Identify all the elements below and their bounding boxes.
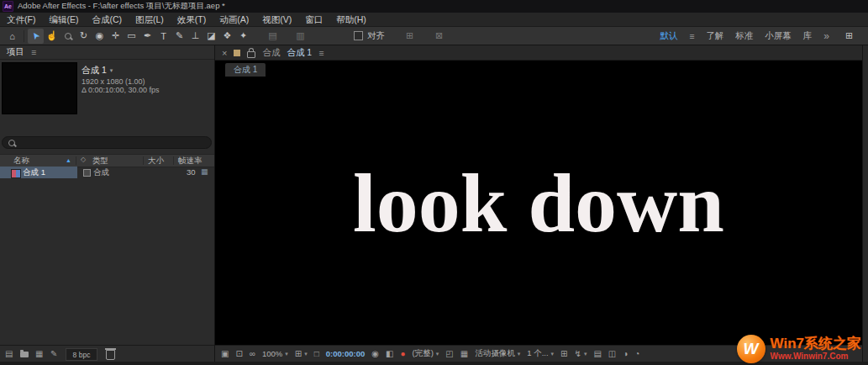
grid-guides-dropdown[interactable]: ⊞ ▾: [295, 349, 308, 358]
workspace-bar: 默认 ≡ 了解 标准 小屏幕 库 » ⊞: [660, 29, 864, 44]
workspace-tab-libraries[interactable]: 库: [803, 30, 813, 42]
snap-label: 对齐: [367, 30, 385, 42]
pan-behind-tool[interactable]: ✛: [108, 29, 124, 44]
resolution-value: (完整): [412, 348, 433, 359]
menu-effect[interactable]: 效果(T): [171, 13, 213, 27]
fast-preview-dropdown[interactable]: ↯ ▾: [575, 349, 587, 358]
viewer-panel-label[interactable]: 合成: [262, 47, 280, 59]
workspace-tab-default[interactable]: 默认: [660, 30, 677, 42]
always-preview-icon[interactable]: ▣: [221, 349, 229, 358]
workspace-overflow-chevron[interactable]: »: [823, 30, 829, 42]
brush-tool[interactable]: ✎: [171, 29, 187, 44]
chevron-down-icon: ▾: [584, 351, 587, 357]
project-tab-label[interactable]: 项目: [7, 46, 24, 58]
snapshot-camera-icon[interactable]: ◉: [371, 349, 379, 358]
home-tool[interactable]: ⌂: [4, 29, 20, 44]
workspace-tab-small-screen[interactable]: 小屏幕: [765, 30, 792, 42]
workspace-tab-standard[interactable]: 标准: [735, 30, 753, 42]
column-framerate-header[interactable]: 帧速率: [178, 156, 203, 167]
menu-help[interactable]: 帮助(H): [329, 13, 373, 27]
new-composition-icon[interactable]: ▦: [35, 349, 43, 358]
panel-menu-icon[interactable]: ≡: [318, 48, 324, 58]
item-duration-fps: Δ 0:00:10:00, 30.00 fps: [82, 86, 160, 94]
camera-view-dropdown[interactable]: 活动摄像机 ▾: [475, 348, 520, 359]
trash-icon[interactable]: [106, 350, 115, 360]
menu-layer[interactable]: 图层(L): [129, 13, 171, 27]
eraser-tool[interactable]: ◪: [203, 29, 219, 44]
column-name-header[interactable]: 名称: [13, 156, 29, 167]
type-tool[interactable]: T: [155, 29, 171, 44]
current-timecode[interactable]: 0:00:00:00: [326, 349, 365, 358]
rotation-tool[interactable]: ↻: [76, 29, 92, 44]
camera-tool[interactable]: ◉: [92, 29, 108, 44]
main-viewer-icon[interactable]: ⊡: [235, 349, 242, 358]
magnification-dropdown[interactable]: 100% ▾: [262, 349, 288, 358]
workspace-menu-icon[interactable]: ≡: [689, 31, 694, 41]
lock-icon[interactable]: [247, 51, 255, 58]
viewer-comp-name[interactable]: 合成 1: [287, 47, 312, 59]
stroke-swatch-icon: ▥: [292, 29, 308, 44]
menu-composition[interactable]: 合成(C): [85, 13, 129, 27]
selected-item-title[interactable]: 合成 1 ▾: [82, 65, 113, 77]
panel-menu-icon[interactable]: ≡: [31, 47, 36, 57]
column-divider[interactable]: [173, 156, 174, 165]
channels-icon[interactable]: ●: [400, 349, 405, 358]
pixel-aspect-icon[interactable]: ⊞: [560, 349, 567, 358]
label-color-column-icon[interactable]: ◇: [81, 156, 86, 163]
table-row[interactable]: 合成 1 合成 30 ▦: [0, 167, 214, 178]
comp-mini-tab[interactable]: 合成 1: [225, 63, 266, 77]
timeline-icon[interactable]: ▤: [593, 349, 601, 358]
column-size-header[interactable]: 大小: [148, 156, 164, 167]
flowchart-icon[interactable]: ◫: [608, 349, 616, 358]
sort-arrow-icon[interactable]: ▲: [66, 157, 71, 163]
row-type-cell: 合成: [93, 167, 109, 178]
selection-tool[interactable]: ➤: [28, 29, 44, 44]
region-of-interest-icon[interactable]: ◰: [445, 349, 453, 358]
snap-checkbox[interactable]: [354, 31, 363, 40]
exposure-gauge-icon[interactable]: ◔: [634, 349, 639, 358]
zoom-tool[interactable]: [60, 29, 76, 44]
shape-tool[interactable]: ▭: [124, 29, 139, 44]
close-tab-icon[interactable]: ×: [222, 48, 227, 58]
interpret-footage-icon[interactable]: ▤: [5, 349, 13, 358]
reset-exposure-icon[interactable]: ◑: [623, 349, 628, 358]
disabled-tool-group: ▤ ▥: [265, 29, 308, 44]
chevron-down-icon: ▾: [304, 351, 308, 357]
new-folder-icon[interactable]: [20, 352, 29, 357]
mask-visibility-icon[interactable]: □: [314, 349, 319, 358]
tool-bar: ⌂ ➤ ☝ ↻ ◉ ✛ ▭ ✒ T ✎ ⊥ ◪ ❖ ✦ ▤ ▥ 对齐 ⊞ ⊠ 默…: [0, 27, 868, 45]
resolution-dropdown[interactable]: (完整) ▾: [412, 348, 439, 359]
adjust-icon[interactable]: ✎: [50, 349, 57, 358]
camera-view-value: 活动摄像机: [475, 348, 515, 359]
composition-canvas[interactable]: look down: [215, 61, 862, 345]
toolbar-end-icon[interactable]: ⊞: [841, 29, 857, 44]
view-layout-dropdown[interactable]: 1 个... ▾: [527, 348, 554, 359]
menu-animation[interactable]: 动画(A): [213, 13, 255, 27]
menu-view[interactable]: 视图(V): [255, 13, 298, 27]
watermark-url: Www.Winwin7.Com: [771, 352, 861, 362]
workspace-tab-learn[interactable]: 了解: [706, 30, 723, 42]
search-icon: [8, 140, 15, 146]
pen-tool[interactable]: ✒: [139, 29, 155, 44]
chevron-down-icon: ▾: [285, 351, 288, 357]
column-divider[interactable]: [143, 156, 144, 165]
menu-file[interactable]: 文件(F): [0, 13, 42, 27]
bit-depth-button[interactable]: 8 bpc: [66, 348, 97, 361]
watermark-logo: W: [737, 335, 765, 363]
show-snapshot-icon[interactable]: ◧: [386, 349, 393, 358]
vr-icon[interactable]: ∞: [250, 349, 255, 358]
hand-tool[interactable]: ☝: [44, 29, 60, 44]
menu-window[interactable]: 窗口: [298, 13, 329, 27]
roto-brush-tool[interactable]: ❖: [219, 29, 235, 44]
search-input[interactable]: [19, 137, 191, 148]
transparency-grid-icon[interactable]: ▦: [460, 349, 468, 358]
puppet-pin-tool[interactable]: ✦: [235, 29, 251, 44]
comp-color-swatch: [234, 50, 240, 56]
mask-options-icon: ⊠: [431, 29, 447, 44]
menu-edit[interactable]: 编辑(E): [42, 13, 85, 27]
column-type-header[interactable]: 类型: [92, 156, 108, 167]
clone-stamp-tool[interactable]: ⊥: [187, 29, 203, 44]
right-panel-strip: [862, 45, 868, 365]
column-divider[interactable]: [76, 156, 76, 165]
chevron-down-icon: ▾: [436, 351, 439, 357]
